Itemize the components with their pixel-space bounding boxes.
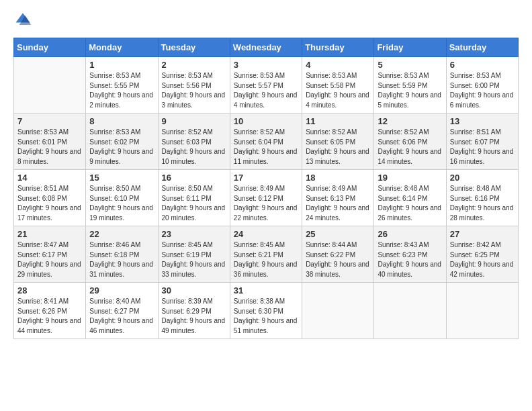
calendar-cell: 25Sunrise: 8:44 AMSunset: 6:22 PMDayligh… [302, 226, 374, 283]
day-number: 3 [234, 60, 298, 70]
week-row-1: 1Sunrise: 8:53 AMSunset: 5:55 PMDaylight… [14, 57, 519, 113]
day-number: 15 [89, 173, 154, 183]
day-number: 10 [234, 116, 298, 126]
day-info: Sunrise: 8:43 AMSunset: 6:23 PMDaylight:… [378, 240, 442, 279]
day-number: 14 [17, 173, 82, 183]
day-info: Sunrise: 8:45 AMSunset: 6:19 PMDaylight:… [162, 240, 226, 279]
day-number: 8 [89, 116, 154, 126]
day-number: 11 [306, 116, 370, 126]
calendar-cell: 9Sunrise: 8:52 AMSunset: 6:03 PMDaylight… [158, 113, 230, 170]
day-number: 18 [306, 173, 370, 183]
calendar-cell: 2Sunrise: 8:53 AMSunset: 5:56 PMDaylight… [158, 57, 230, 113]
day-info: Sunrise: 8:52 AMSunset: 6:06 PMDaylight:… [378, 128, 442, 167]
calendar-cell [446, 283, 518, 339]
day-number: 4 [306, 60, 370, 70]
calendar-cell: 11Sunrise: 8:52 AMSunset: 6:05 PMDayligh… [302, 113, 374, 170]
week-row-2: 7Sunrise: 8:53 AMSunset: 6:01 PMDaylight… [14, 113, 519, 170]
day-info: Sunrise: 8:48 AMSunset: 6:16 PMDaylight:… [450, 184, 515, 223]
day-info: Sunrise: 8:52 AMSunset: 6:03 PMDaylight:… [162, 128, 226, 167]
calendar-cell: 6Sunrise: 8:53 AMSunset: 6:00 PMDaylight… [446, 57, 518, 113]
calendar-cell: 8Sunrise: 8:53 AMSunset: 6:02 PMDaylight… [86, 113, 158, 170]
day-info: Sunrise: 8:49 AMSunset: 6:13 PMDaylight:… [306, 184, 370, 223]
calendar-cell: 12Sunrise: 8:52 AMSunset: 6:06 PMDayligh… [374, 113, 446, 170]
col-header-tuesday: Tuesday [158, 38, 230, 57]
day-info: Sunrise: 8:53 AMSunset: 6:00 PMDaylight:… [450, 71, 515, 110]
calendar-cell [374, 283, 446, 339]
day-number: 12 [378, 116, 442, 126]
day-info: Sunrise: 8:51 AMSunset: 6:08 PMDaylight:… [17, 184, 82, 223]
calendar-cell: 15Sunrise: 8:50 AMSunset: 6:10 PMDayligh… [86, 170, 158, 226]
week-row-3: 14Sunrise: 8:51 AMSunset: 6:08 PMDayligh… [14, 170, 519, 226]
day-number: 26 [378, 229, 442, 239]
calendar-cell [302, 283, 374, 339]
calendar-cell: 16Sunrise: 8:50 AMSunset: 6:11 PMDayligh… [158, 170, 230, 226]
day-number: 1 [89, 60, 154, 70]
calendar-cell [14, 57, 86, 113]
calendar-cell: 3Sunrise: 8:53 AMSunset: 5:57 PMDaylight… [230, 57, 302, 113]
day-number: 29 [89, 285, 154, 295]
calendar-cell: 27Sunrise: 8:42 AMSunset: 6:25 PMDayligh… [446, 226, 518, 283]
calendar-cell: 22Sunrise: 8:46 AMSunset: 6:18 PMDayligh… [86, 226, 158, 283]
day-number: 9 [162, 116, 226, 126]
day-info: Sunrise: 8:51 AMSunset: 6:07 PMDaylight:… [450, 128, 515, 167]
calendar-cell: 7Sunrise: 8:53 AMSunset: 6:01 PMDaylight… [14, 113, 86, 170]
day-info: Sunrise: 8:41 AMSunset: 6:26 PMDaylight:… [17, 297, 82, 336]
calendar-cell: 20Sunrise: 8:48 AMSunset: 6:16 PMDayligh… [446, 170, 518, 226]
day-number: 6 [450, 60, 515, 70]
day-info: Sunrise: 8:46 AMSunset: 6:18 PMDaylight:… [89, 240, 154, 279]
calendar-cell: 19Sunrise: 8:48 AMSunset: 6:14 PMDayligh… [374, 170, 446, 226]
day-info: Sunrise: 8:45 AMSunset: 6:21 PMDaylight:… [234, 240, 298, 279]
day-info: Sunrise: 8:53 AMSunset: 5:59 PMDaylight:… [378, 71, 442, 110]
col-header-sunday: Sunday [14, 38, 86, 57]
day-number: 28 [17, 285, 82, 295]
day-number: 19 [378, 173, 442, 183]
calendar-cell: 4Sunrise: 8:53 AMSunset: 5:58 PMDaylight… [302, 57, 374, 113]
day-number: 27 [450, 229, 515, 239]
header [13, 11, 519, 30]
day-info: Sunrise: 8:42 AMSunset: 6:25 PMDaylight:… [450, 240, 515, 279]
header-row: SundayMondayTuesdayWednesdayThursdayFrid… [14, 38, 519, 57]
calendar-cell: 23Sunrise: 8:45 AMSunset: 6:19 PMDayligh… [158, 226, 230, 283]
day-number: 23 [162, 229, 226, 239]
day-number: 22 [89, 229, 154, 239]
day-info: Sunrise: 8:38 AMSunset: 6:30 PMDaylight:… [234, 297, 298, 336]
col-header-monday: Monday [86, 38, 158, 57]
day-info: Sunrise: 8:53 AMSunset: 6:01 PMDaylight:… [17, 128, 82, 167]
day-info: Sunrise: 8:52 AMSunset: 6:05 PMDaylight:… [306, 128, 370, 167]
calendar-cell: 17Sunrise: 8:49 AMSunset: 6:12 PMDayligh… [230, 170, 302, 226]
day-number: 31 [234, 285, 298, 295]
calendar-cell: 31Sunrise: 8:38 AMSunset: 6:30 PMDayligh… [230, 283, 302, 339]
calendar-cell: 24Sunrise: 8:45 AMSunset: 6:21 PMDayligh… [230, 226, 302, 283]
calendar-cell: 10Sunrise: 8:52 AMSunset: 6:04 PMDayligh… [230, 113, 302, 170]
day-info: Sunrise: 8:40 AMSunset: 6:27 PMDaylight:… [89, 297, 154, 336]
day-info: Sunrise: 8:53 AMSunset: 5:56 PMDaylight:… [162, 71, 226, 110]
day-number: 2 [162, 60, 226, 70]
day-info: Sunrise: 8:53 AMSunset: 6:02 PMDaylight:… [89, 128, 154, 167]
day-number: 5 [378, 60, 442, 70]
calendar-cell: 30Sunrise: 8:39 AMSunset: 6:29 PMDayligh… [158, 283, 230, 339]
col-header-saturday: Saturday [446, 38, 518, 57]
day-number: 21 [17, 229, 82, 239]
day-info: Sunrise: 8:48 AMSunset: 6:14 PMDaylight:… [378, 184, 442, 223]
day-info: Sunrise: 8:49 AMSunset: 6:12 PMDaylight:… [234, 184, 298, 223]
logo [13, 11, 35, 30]
day-info: Sunrise: 8:47 AMSunset: 6:17 PMDaylight:… [17, 240, 82, 279]
week-row-4: 21Sunrise: 8:47 AMSunset: 6:17 PMDayligh… [14, 226, 519, 283]
logo-icon [13, 11, 32, 30]
day-number: 7 [17, 116, 82, 126]
day-info: Sunrise: 8:53 AMSunset: 5:57 PMDaylight:… [234, 71, 298, 110]
calendar-cell: 13Sunrise: 8:51 AMSunset: 6:07 PMDayligh… [446, 113, 518, 170]
calendar-cell: 29Sunrise: 8:40 AMSunset: 6:27 PMDayligh… [86, 283, 158, 339]
day-number: 24 [234, 229, 298, 239]
col-header-friday: Friday [374, 38, 446, 57]
calendar-cell: 18Sunrise: 8:49 AMSunset: 6:13 PMDayligh… [302, 170, 374, 226]
calendar-cell: 14Sunrise: 8:51 AMSunset: 6:08 PMDayligh… [14, 170, 86, 226]
calendar-cell: 26Sunrise: 8:43 AMSunset: 6:23 PMDayligh… [374, 226, 446, 283]
day-number: 20 [450, 173, 515, 183]
calendar-cell: 28Sunrise: 8:41 AMSunset: 6:26 PMDayligh… [14, 283, 86, 339]
day-info: Sunrise: 8:52 AMSunset: 6:04 PMDaylight:… [234, 128, 298, 167]
day-number: 17 [234, 173, 298, 183]
col-header-thursday: Thursday [302, 38, 374, 57]
week-row-5: 28Sunrise: 8:41 AMSunset: 6:26 PMDayligh… [14, 283, 519, 339]
day-number: 25 [306, 229, 370, 239]
